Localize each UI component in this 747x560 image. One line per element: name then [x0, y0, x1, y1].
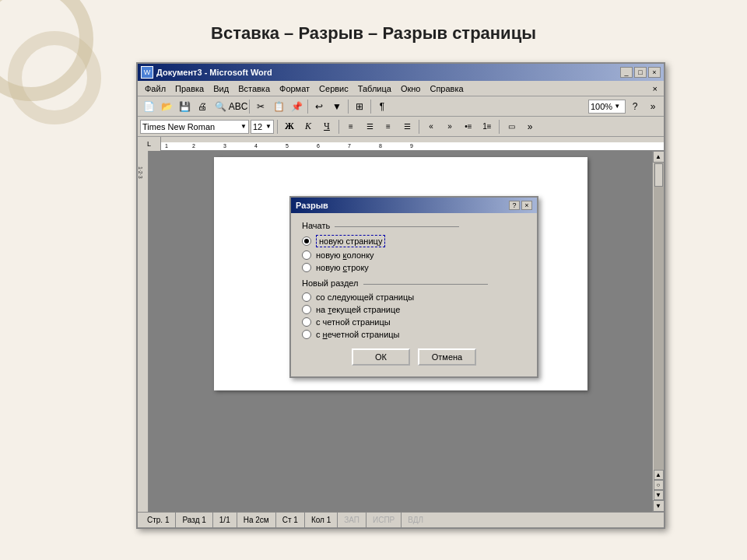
ruler-tick-9: 9 — [410, 143, 413, 149]
radio-odd-page[interactable]: с нечетной страницы — [302, 330, 526, 339]
word-window: W Документ3 - Microsoft Word _ □ × Файл … — [136, 62, 665, 529]
minimize-button[interactable]: _ — [620, 67, 633, 78]
maximize-button[interactable]: □ — [634, 67, 647, 78]
dialog-buttons: ОК Отмена — [302, 348, 526, 369]
status-line: На 2см — [237, 513, 276, 527]
ruler-tick-1: 1 — [165, 143, 168, 149]
status-page: Стр. 1 — [141, 513, 176, 527]
radio-new-row[interactable]: новую строку — [302, 263, 526, 272]
close-button[interactable]: × — [648, 67, 661, 78]
radio-next-page-label: со следующей страницы — [316, 292, 414, 302]
radio-new-row-label: новую строку — [316, 263, 369, 272]
radio-odd-page-circle[interactable] — [302, 330, 311, 339]
dialog-cancel-button[interactable]: Отмена — [418, 348, 476, 366]
scroll-extra-2[interactable]: ○ — [654, 480, 664, 490]
dialog-group2-label: Новый раздел — [302, 278, 526, 288]
status-position: 1/1 — [213, 513, 237, 527]
menu-file[interactable]: Файл — [141, 83, 170, 94]
radio-new-page[interactable]: новую страницу — [302, 235, 526, 247]
scroll-track[interactable] — [654, 163, 664, 470]
underline-button[interactable]: Ч — [318, 118, 335, 135]
menu-table[interactable]: Таблица — [354, 83, 395, 94]
size-combo[interactable]: 12 ▼ — [251, 120, 274, 134]
open-icon[interactable]: 📂 — [158, 98, 175, 115]
font-combo[interactable]: Times New Roman ▼ — [140, 120, 249, 134]
main-toolbar: 📄 📂 💾 🖨 🔍 ABC ✂ 📋 📌 ↩ ▼ ⊞ ¶ 100% ▼ ? » — [138, 96, 664, 117]
radio-next-page[interactable]: со следующей страницы — [302, 292, 526, 302]
scroll-down-button[interactable]: ▼ — [653, 500, 665, 512]
new-icon[interactable]: 📄 — [140, 98, 157, 115]
dialog-ok-button[interactable]: ОК — [352, 348, 410, 366]
bold-button[interactable]: Ж — [281, 118, 298, 135]
radio-even-page-circle[interactable] — [302, 317, 311, 327]
ruler-tick-2: 2 — [192, 143, 195, 149]
numbering-icon[interactable]: 1≡ — [479, 118, 496, 135]
italic-button[interactable]: К — [300, 118, 317, 135]
dialog-help-button[interactable]: ? — [509, 201, 520, 210]
radio-cur-page[interactable]: на текущей странице — [302, 305, 526, 314]
print-icon[interactable]: 🖨 — [194, 98, 211, 115]
menu-insert[interactable]: Вставка — [234, 83, 274, 94]
align-center-icon[interactable]: ☰ — [361, 118, 378, 135]
menu-tools[interactable]: Сервис — [315, 83, 352, 94]
font-name: Times New Roman — [142, 122, 240, 131]
copy-icon[interactable]: 📋 — [270, 98, 287, 115]
menu-close-x[interactable]: × — [650, 84, 661, 93]
menu-window[interactable]: Окно — [397, 83, 425, 94]
scroll-extra-3[interactable]: ▼ — [654, 490, 664, 500]
zoom-combo[interactable]: 100% ▼ — [588, 100, 626, 114]
dialog-close-button[interactable]: × — [521, 201, 532, 210]
menu-edit[interactable]: Правка — [171, 83, 208, 94]
menu-format[interactable]: Формат — [275, 83, 314, 94]
left-ruler: 1·2·3 — [138, 151, 149, 512]
vertical-scrollbar: ▲ ▲ ○ ▼ ▼ — [652, 151, 664, 512]
paste-icon[interactable]: 📌 — [288, 98, 305, 115]
radio-next-page-circle[interactable] — [302, 292, 311, 302]
save-icon[interactable]: 💾 — [176, 98, 193, 115]
window-title: Документ3 - Microsoft Word — [156, 68, 272, 77]
undo-icon[interactable]: ↩ — [310, 98, 328, 115]
toolbar-separator-4 — [370, 100, 371, 114]
align-left-icon[interactable]: ≡ — [342, 118, 359, 135]
borders-icon[interactable]: ▭ — [503, 118, 520, 135]
table-icon[interactable]: ⊞ — [351, 98, 368, 115]
radio-new-page-dot — [304, 239, 309, 243]
radio-new-row-circle[interactable] — [302, 263, 311, 272]
toolbar-expand-icon[interactable]: » — [644, 98, 661, 115]
menu-bar: Файл Правка Вид Вставка Формат Сервис Та… — [138, 81, 664, 96]
status-vdl: ВДЛ — [402, 513, 430, 527]
paragraph-icon[interactable]: ¶ — [374, 98, 391, 115]
bullets-icon[interactable]: •≡ — [460, 118, 477, 135]
scroll-up-button[interactable]: ▲ — [653, 151, 665, 163]
format-expand-icon[interactable]: » — [521, 118, 538, 135]
undo-arrow-icon[interactable]: ▼ — [328, 98, 345, 115]
status-bar: Стр. 1 Разд 1 1/1 На 2см Ст 1 Кол 1 ЗАП … — [138, 512, 664, 527]
align-right-icon[interactable]: ≡ — [380, 118, 397, 135]
radio-new-page-circle[interactable] — [302, 236, 311, 246]
radio-new-col[interactable]: новую колонку — [302, 250, 526, 260]
menu-view[interactable]: Вид — [209, 83, 233, 94]
justify-icon[interactable]: ☰ — [398, 118, 416, 135]
ruler-bar: L 1 2 3 4 5 6 7 8 9 — [138, 137, 664, 151]
indent-right-icon[interactable]: » — [441, 118, 458, 135]
status-ispr: ИСПР — [366, 513, 402, 527]
cut-icon[interactable]: ✂ — [252, 98, 269, 115]
format-separator-1 — [277, 120, 278, 134]
preview-icon[interactable]: 🔍 — [212, 98, 229, 115]
indent-left-icon[interactable]: « — [423, 118, 440, 135]
radio-cur-page-circle[interactable] — [302, 305, 311, 314]
format-separator-4 — [499, 120, 500, 134]
scroll-thumb[interactable] — [654, 163, 663, 187]
zoom-value: 100% — [591, 102, 612, 111]
ruler-tick-5: 5 — [286, 143, 289, 149]
radio-even-page[interactable]: с четной страницы — [302, 317, 526, 327]
help-icon[interactable]: ? — [626, 98, 644, 115]
menu-help[interactable]: Справка — [426, 83, 467, 94]
window-controls: _ □ × — [620, 67, 661, 78]
radio-odd-page-label: с нечетной страницы — [316, 330, 400, 339]
spell-icon[interactable]: ABC — [230, 98, 247, 115]
page-title: Вставка – Разрыв – Разрыв страницы — [0, 23, 747, 44]
status-section: Разд 1 — [176, 513, 212, 527]
radio-new-col-circle[interactable] — [302, 250, 311, 260]
scroll-extra-1[interactable]: ▲ — [654, 470, 664, 480]
